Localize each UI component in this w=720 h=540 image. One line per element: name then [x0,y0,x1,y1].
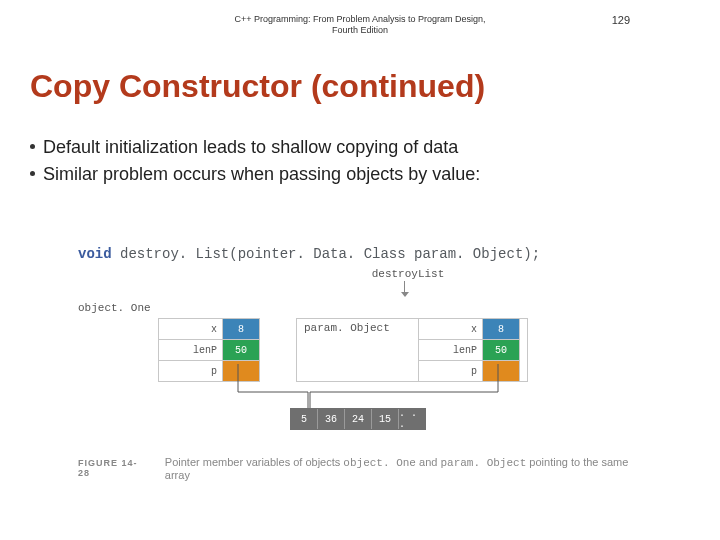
field-label: lenP [419,340,483,360]
array-cell: 24 [345,409,372,429]
array-cell: 15 [372,409,399,429]
array-cell: 36 [318,409,345,429]
field-label: p [159,361,223,381]
bullet-dot-icon [30,171,35,176]
code-rest: destroy. List(pointer. Data. Class param… [112,246,540,262]
header-band: C++ Programming: From Problem Analysis t… [0,0,720,50]
destroy-label: destroyList [363,268,453,280]
bullet-item: Default initialization leads to shallow … [30,135,480,159]
slide: C++ Programming: From Problem Analysis t… [0,0,720,540]
struct-object-one: x 8 lenP 50 p [158,318,260,382]
field-value [483,361,519,381]
field-value: 8 [223,319,259,339]
figure-caption-text: Pointer member variables of objects obje… [165,456,638,481]
struct-field: p [419,361,519,381]
caption-mono: object. One [343,457,416,469]
bullet-text: Similar problem occurs when passing obje… [43,162,480,186]
field-value: 50 [483,340,519,360]
field-value: 50 [223,340,259,360]
page-number: 129 [612,14,630,26]
bullet-item: Similar problem occurs when passing obje… [30,162,480,186]
field-label: x [419,319,483,339]
field-value: 8 [483,319,519,339]
field-value [223,361,259,381]
array-cell: 5 [291,409,318,429]
arrow-down-icon [404,281,405,293]
field-label: lenP [159,340,223,360]
struct-field: x 8 [159,319,259,340]
code-line: void destroy. List(pointer. Data. Class … [78,246,638,262]
figure-caption: FIGURE 14-28 Pointer member variables of… [78,456,638,481]
slide-title: Copy Constructor (continued) [30,68,485,105]
bullet-list: Default initialization leads to shallow … [30,135,480,190]
figure: void destroy. List(pointer. Data. Class … [78,246,638,384]
field-label: p [419,361,483,381]
struct-field: p [159,361,259,381]
figure-number: FIGURE 14-28 [78,458,147,478]
object-one-label: object. One [78,302,151,314]
book-title: C++ Programming: From Problem Analysis t… [230,14,490,36]
code-keyword: void [78,246,112,262]
shared-array: 5 36 24 15 . . . [290,408,426,430]
field-label: x [159,319,223,339]
bullet-text: Default initialization leads to shallow … [43,135,458,159]
caption-text: Pointer member variables of objects [165,456,344,468]
struct-field: x 8 [419,319,519,340]
struct-field: lenP 50 [159,340,259,361]
caption-text: and [416,456,440,468]
struct-param-object: x 8 lenP 50 p [418,318,520,382]
array-cell: . . . [399,409,425,429]
param-object-label: param. Object [304,322,390,334]
struct-field: lenP 50 [419,340,519,361]
bullet-dot-icon [30,144,35,149]
caption-mono: param. Object [440,457,526,469]
struct-row: object. One x 8 lenP 50 p param. Object [78,304,638,384]
